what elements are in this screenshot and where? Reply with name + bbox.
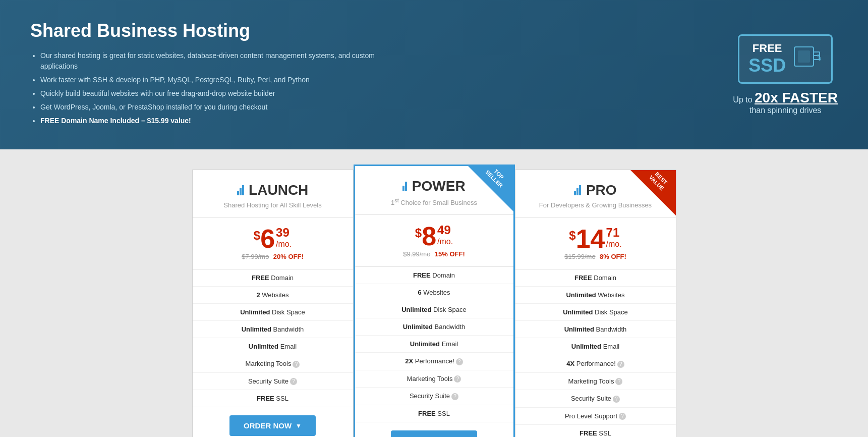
feature-row: Marketing Tools? xyxy=(355,370,513,388)
feature-row: FREE SSL xyxy=(193,390,353,407)
help-icon[interactable]: ? xyxy=(290,378,297,385)
ssd-text: FREE SSD xyxy=(748,42,786,76)
help-icon[interactable]: ? xyxy=(617,361,624,368)
bullet-3: Quickly build beautiful websites with ou… xyxy=(40,88,383,99)
header-left: Shared Business Hosting Our shared hosti… xyxy=(30,20,383,129)
plan-bar-icon xyxy=(574,185,582,195)
feature-row: Security Suite? xyxy=(355,388,513,405)
feature-row: FREE Domain xyxy=(355,267,513,284)
plan-pricing-pro: $ 14 71 /mo. $15.99/mo 8% OFF! xyxy=(515,217,676,269)
plan-name-power: POWER xyxy=(412,178,466,194)
plan-card-power: TOPSELLER POWER 1st Choice for Small Bus… xyxy=(354,165,515,437)
plan-card-launch: LAUNCH Shared Hosting for All Skill Leve… xyxy=(192,170,354,437)
feature-row: Unlimited Disk Space xyxy=(355,301,513,318)
price-old-pro: $15.99/mo xyxy=(564,253,595,260)
page-title: Shared Business Hosting xyxy=(30,20,383,41)
svg-point-6 xyxy=(819,59,821,61)
bullet-2: Work faster with SSH & develop in PHP, M… xyxy=(40,75,383,85)
price-whole-launch: 6 xyxy=(260,226,275,252)
feature-row: Unlimited Bandwidth xyxy=(193,321,353,338)
price-main-pro: $ 14 71 /mo. xyxy=(526,226,666,252)
price-dollar-launch: $ xyxy=(254,229,260,243)
svg-point-8 xyxy=(817,54,819,57)
feature-row: Marketing Tools? xyxy=(193,355,353,373)
feature-row: Unlimited Email xyxy=(355,336,513,353)
feature-row: 2 Websites xyxy=(193,287,353,304)
feature-row: Security Suite? xyxy=(193,373,353,391)
feature-row: 2X Performance!? xyxy=(355,353,513,370)
plan-name-launch: LAUNCH xyxy=(249,182,308,198)
chevron-down-icon: ▼ xyxy=(296,422,302,429)
order-button-power[interactable]: ORDER NOW ▼ xyxy=(391,430,477,437)
plan-name-pro: PRO xyxy=(586,182,617,198)
price-whole-pro: 14 xyxy=(576,226,605,252)
feature-row: FREE SSL xyxy=(515,425,676,437)
feature-row: 6 Websites xyxy=(355,284,513,301)
price-whole-power: 8 xyxy=(422,223,436,249)
plan-header-launch: LAUNCH Shared Hosting for All Skill Leve… xyxy=(193,170,353,217)
plan-features-launch: FREE Domain2 WebsitesUnlimited Disk Spac… xyxy=(193,269,353,407)
plan-pricing-launch: $ 6 39 /mo. $7.99/mo 20% OFF! xyxy=(193,217,353,269)
feature-row: Security Suite? xyxy=(515,390,676,408)
price-old-discount-power: $9.99/mo 15% OFF! xyxy=(365,249,503,258)
price-dollar-power: $ xyxy=(415,226,422,240)
feature-row: Pro Level Support? xyxy=(515,408,676,425)
ssd-box: FREE SSD xyxy=(738,34,833,84)
feature-row: FREE Domain xyxy=(193,269,353,287)
feature-row: FREE Domain xyxy=(515,269,676,287)
feature-row: Unlimited Email xyxy=(515,338,676,355)
feature-row: Marketing Tools? xyxy=(515,373,676,391)
price-old-power: $9.99/mo xyxy=(403,250,430,258)
feature-row: Unlimited Disk Space xyxy=(515,304,676,321)
plan-card-pro: BESTVALUE PRO For Developers & Growing B… xyxy=(515,170,676,437)
feature-row: Unlimited Websites xyxy=(515,287,676,304)
plan-bar-icon xyxy=(237,185,245,195)
plan-subtitle-launch: Shared Hosting for All Skill Levels xyxy=(203,201,343,209)
feature-row: Unlimited Disk Space xyxy=(193,304,353,321)
price-dollar-pro: $ xyxy=(569,229,575,243)
help-icon[interactable]: ? xyxy=(456,358,463,365)
plan-features-power: FREE Domain6 WebsitesUnlimited Disk Spac… xyxy=(355,267,513,422)
page-wrapper: Shared Business Hosting Our shared hosti… xyxy=(0,0,868,437)
price-cents-mo-power: 49 /mo. xyxy=(437,223,453,246)
price-old-launch: $7.99/mo xyxy=(242,253,269,260)
help-icon[interactable]: ? xyxy=(619,413,626,420)
feature-row: 4X Performance!? xyxy=(515,355,676,373)
feature-row: Unlimited Email xyxy=(193,338,353,355)
header-bullets: Our shared hosting is great for static w… xyxy=(30,50,383,126)
help-icon[interactable]: ? xyxy=(615,378,622,385)
price-mo-pro: /mo. xyxy=(606,240,622,249)
plan-bar-icon xyxy=(402,182,408,191)
price-discount-pro: 8% OFF! xyxy=(600,253,626,260)
plan-features-pro: FREE DomainUnlimited WebsitesUnlimited D… xyxy=(515,269,676,437)
plan-footer-launch: ORDER NOW ▼ xyxy=(193,407,353,437)
plans-section: LAUNCH Shared Hosting for All Skill Leve… xyxy=(0,149,868,437)
bullet-4: Get WordPress, Joomla, or PrestaShop ins… xyxy=(40,102,383,113)
price-mo-power: /mo. xyxy=(437,237,453,246)
order-button-launch[interactable]: ORDER NOW ▼ xyxy=(229,415,316,436)
price-cents-mo-launch: 39 /mo. xyxy=(276,226,292,249)
plan-footer-power: ORDER NOW ▼ xyxy=(355,422,513,437)
price-mo-launch: /mo. xyxy=(276,240,292,249)
plan-title-launch: LAUNCH xyxy=(203,182,343,198)
price-cents-launch: 39 xyxy=(276,226,290,240)
bullet-1: Our shared hosting is great for static w… xyxy=(40,50,383,72)
header-section: Shared Business Hosting Our shared hosti… xyxy=(0,0,868,149)
faster-tagline: Up to 20x FASTER than spinning drives xyxy=(733,90,838,115)
feature-row: Unlimited Bandwidth xyxy=(515,321,676,338)
plans-container: LAUNCH Shared Hosting for All Skill Leve… xyxy=(157,170,712,437)
help-icon[interactable]: ? xyxy=(451,393,458,400)
feature-row: FREE SSL xyxy=(355,405,513,422)
ssd-promo: FREE SSD xyxy=(733,34,838,115)
help-icon[interactable]: ? xyxy=(293,361,300,368)
plan-pricing-power: $ 8 49 /mo. $9.99/mo 15% OFF! xyxy=(355,215,513,267)
price-old-discount-pro: $15.99/mo 8% OFF! xyxy=(526,252,666,261)
help-icon[interactable]: ? xyxy=(454,375,461,383)
price-discount-launch: 20% OFF! xyxy=(273,253,304,260)
price-cents-pro: 71 xyxy=(606,226,620,240)
price-main-launch: $ 6 39 /mo. xyxy=(203,226,343,252)
price-main-power: $ 8 49 /mo. xyxy=(365,223,503,249)
help-icon[interactable]: ? xyxy=(613,396,620,403)
ssd-circuit-icon xyxy=(792,44,822,74)
price-cents-power: 49 xyxy=(437,223,451,237)
